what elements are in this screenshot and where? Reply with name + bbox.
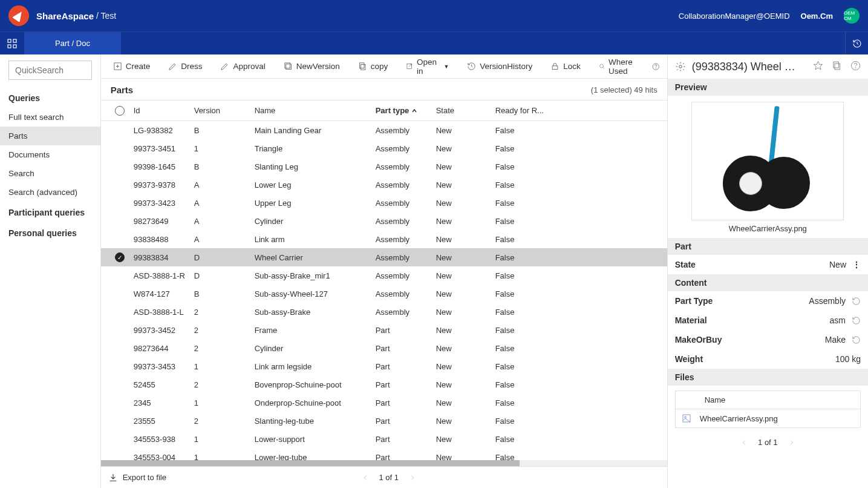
open-in-button[interactable]: Open in▼ bbox=[401, 55, 454, 78]
select-all-checkbox[interactable] bbox=[115, 106, 125, 116]
col-id[interactable]: Id bbox=[134, 106, 194, 115]
row-checkbox[interactable] bbox=[115, 252, 125, 262]
svg-rect-9 bbox=[361, 64, 365, 70]
user-name[interactable]: Oem.Cm bbox=[801, 12, 833, 21]
table-row[interactable]: 345553-9381Lower-supportPartNewFalse bbox=[101, 430, 667, 448]
create-button[interactable]: Create bbox=[108, 59, 155, 73]
svg-rect-20 bbox=[834, 62, 839, 68]
export-button[interactable]: Export to file bbox=[108, 473, 166, 483]
table-row[interactable]: 99398-1645BSlanting LegAssemblyNewFalse bbox=[101, 157, 667, 176]
svg-rect-8 bbox=[285, 63, 290, 68]
version-history-button[interactable]: VersionHistory bbox=[462, 59, 537, 73]
files-col-name[interactable]: Name bbox=[676, 391, 860, 409]
history-icon[interactable] bbox=[852, 297, 861, 306]
table-row[interactable]: W874-127BSub-assy-Wheel-127AssemblyNewFa… bbox=[101, 285, 667, 303]
col-ready[interactable]: Ready for R... bbox=[495, 106, 551, 115]
table-row[interactable]: 99373-34511TriangleAssemblyNewFalse bbox=[101, 139, 667, 157]
breadcrumb: / Test bbox=[94, 11, 116, 21]
section-files: Files bbox=[668, 369, 868, 386]
table-row[interactable]: 99373-3423AUpper LegAssemblyNewFalse bbox=[101, 194, 667, 212]
table-row[interactable]: 23451Onderprop-Schuine-pootPartNewFalse bbox=[101, 394, 667, 412]
history-icon[interactable] bbox=[852, 335, 861, 345]
dropdown-icon: ▼ bbox=[443, 64, 449, 70]
sidebar-item[interactable]: Documents bbox=[0, 145, 100, 164]
help-icon[interactable] bbox=[652, 61, 659, 72]
horizontal-scrollbar[interactable] bbox=[101, 460, 667, 466]
col-state[interactable]: State bbox=[436, 106, 495, 115]
svg-rect-19 bbox=[835, 64, 840, 70]
avatar[interactable]: OEM CM bbox=[844, 8, 860, 24]
sidebar-item[interactable]: Parts bbox=[0, 127, 100, 145]
table-row[interactable]: 99373-34522FramePartNewFalse bbox=[101, 321, 667, 339]
section-content: Content bbox=[668, 274, 868, 291]
topbar: ShareAspace / Test CollaborationManager@… bbox=[0, 0, 868, 31]
svg-rect-3 bbox=[13, 45, 16, 48]
prev-page-icon[interactable] bbox=[361, 473, 370, 482]
apps-grid-icon[interactable] bbox=[0, 32, 24, 54]
prop-state: State New⋮ bbox=[668, 255, 868, 274]
table-row[interactable]: 99373-9378ALower LegAssemblyNewFalse bbox=[101, 176, 667, 194]
table-row[interactable]: ASD-3888-1-L2Sub-assy-BrakeAssemblyNewFa… bbox=[101, 303, 667, 321]
copy-button[interactable]: copy bbox=[353, 59, 393, 73]
copy-icon[interactable] bbox=[832, 61, 842, 71]
svg-point-24 bbox=[684, 417, 686, 418]
page-indicator: 1 of 1 bbox=[379, 473, 399, 482]
where-used-button[interactable]: Where Used bbox=[594, 55, 644, 78]
file-row[interactable]: WheelCarrierAssy.png bbox=[676, 409, 860, 427]
list-hits: (1 selected) 49 hits bbox=[591, 85, 658, 94]
table-row[interactable]: 93838488ALink armAssemblyNewFalse bbox=[101, 230, 667, 248]
svg-rect-2 bbox=[8, 45, 11, 48]
svg-marker-18 bbox=[814, 61, 823, 69]
table-row[interactable]: 98273649ACylinderAssemblyNewFalse bbox=[101, 212, 667, 230]
approval-button[interactable]: Approval bbox=[215, 59, 270, 73]
tabbar: Part / Doc bbox=[0, 31, 868, 54]
sidebar-item[interactable]: Search (advanced) bbox=[0, 183, 100, 202]
table-row[interactable]: 99383834DWheel CarrierAssemblyNewFalse bbox=[101, 248, 667, 266]
col-version[interactable]: Version bbox=[194, 106, 255, 115]
column-header-row: Id Version Name Part type State Ready fo… bbox=[101, 101, 667, 121]
sidebar-group-title: Personal queries bbox=[0, 222, 100, 243]
col-parttype[interactable]: Part type bbox=[376, 106, 436, 115]
sidebar-item[interactable]: Search bbox=[0, 164, 100, 183]
table-row[interactable]: 99373-34531Link arm legsidePartNewFalse bbox=[101, 357, 667, 375]
gear-icon[interactable] bbox=[675, 61, 686, 72]
table-row[interactable]: 524552Bovenprop-Schuine-pootPartNewFalse bbox=[101, 375, 667, 394]
table-row[interactable]: LG-938382BMain Landing GearAssemblyNewFa… bbox=[101, 121, 667, 139]
tab-part-doc[interactable]: Part / Doc bbox=[24, 32, 121, 54]
sidebar: QueriesFull text searchPartsDocumentsSea… bbox=[0, 54, 101, 488]
preview-caption: WheelCarrierAssy.png bbox=[729, 224, 807, 233]
role-label[interactable]: CollaborationManager@OEMID bbox=[679, 12, 790, 21]
app-logo-icon bbox=[8, 5, 29, 26]
content-area: Create Dress Approval NewVersion copy Op… bbox=[101, 54, 668, 488]
prop-material: Materialasm bbox=[668, 311, 868, 330]
next-page-icon[interactable] bbox=[408, 473, 417, 482]
list-footer: Export to file 1 of 1 bbox=[101, 466, 667, 488]
prev-page-icon[interactable] bbox=[740, 438, 748, 447]
details-panel: (99383834) Wheel Carrier, D Preview Whee… bbox=[668, 54, 868, 488]
svg-rect-10 bbox=[359, 63, 364, 68]
help-icon[interactable] bbox=[850, 61, 861, 71]
table-row[interactable]: 235552Slanting-leg-tubePartNewFalse bbox=[101, 412, 667, 430]
list-pager: 1 of 1 bbox=[361, 473, 417, 482]
dress-button[interactable]: Dress bbox=[163, 59, 207, 73]
preview-thumbnail[interactable] bbox=[691, 102, 844, 220]
details-title: (99383834) Wheel Carrier, D bbox=[692, 61, 801, 73]
sidebar-item[interactable]: Full text search bbox=[0, 108, 100, 127]
star-icon[interactable] bbox=[813, 61, 823, 71]
next-page-icon[interactable] bbox=[788, 438, 796, 447]
breadcrumb-space[interactable]: Test bbox=[100, 11, 116, 21]
history-icon[interactable] bbox=[852, 316, 861, 325]
new-version-button[interactable]: NewVersion bbox=[279, 59, 345, 73]
brand-name: ShareAspace bbox=[36, 11, 94, 21]
parts-grid[interactable]: Id Version Name Part type State Ready fo… bbox=[101, 100, 667, 460]
lock-button[interactable]: Lock bbox=[546, 59, 586, 73]
prop-weight: Weight100 kg bbox=[668, 349, 868, 369]
table-row[interactable]: 345553-0041Lower-leg-tubePartNewFalse bbox=[101, 448, 667, 460]
table-row[interactable]: ASD-3888-1-RDSub-assy-Brake_mir1Assembly… bbox=[101, 266, 667, 285]
table-row[interactable]: 982736442CylinderPartNewFalse bbox=[101, 339, 667, 357]
history-icon[interactable] bbox=[845, 32, 868, 54]
section-preview: Preview bbox=[668, 79, 868, 96]
section-part: Part bbox=[668, 238, 868, 255]
col-name[interactable]: Name bbox=[255, 106, 376, 115]
search-input[interactable] bbox=[8, 61, 92, 80]
